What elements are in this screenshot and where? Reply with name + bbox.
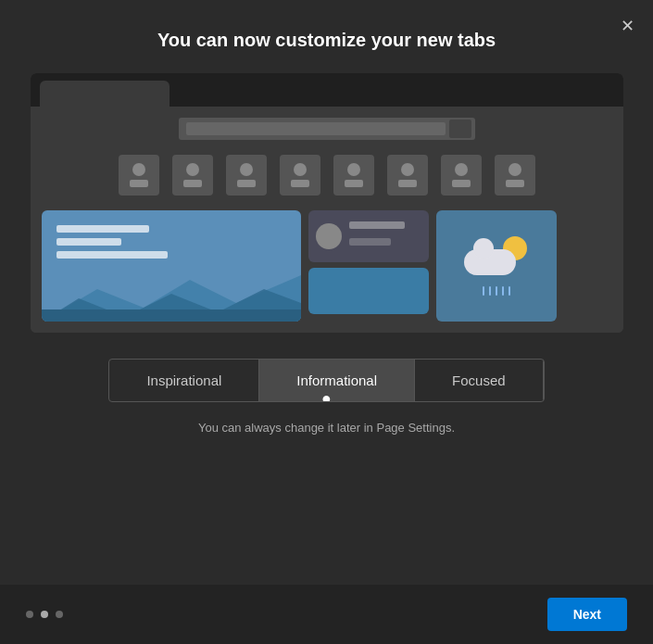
text-line xyxy=(349,221,405,229)
tab-option-informational[interactable]: Informational xyxy=(259,360,415,401)
icon-head xyxy=(347,163,360,176)
mountain-illustration xyxy=(42,271,301,322)
cloud-sun-icon xyxy=(464,236,529,283)
progress-dot-1 xyxy=(26,611,33,618)
svg-rect-2 xyxy=(42,309,301,322)
card-row xyxy=(42,210,612,322)
tab-option-focused[interactable]: Focused xyxy=(415,360,544,401)
progress-dot-3 xyxy=(56,611,63,618)
progress-dots xyxy=(26,611,63,618)
progress-dot-2 xyxy=(41,611,48,618)
icon-body xyxy=(183,180,202,187)
bottom-bar: Next xyxy=(0,585,653,644)
text-line xyxy=(57,225,149,233)
browser-tab xyxy=(40,81,170,107)
info-card-bottom xyxy=(308,268,429,314)
icon-body xyxy=(506,180,524,187)
dialog: ✕ You can now customize your new tabs xyxy=(0,0,653,644)
next-button[interactable]: Next xyxy=(547,598,627,631)
icon-card xyxy=(119,155,159,196)
icon-head xyxy=(132,163,145,176)
icon-card xyxy=(280,155,320,196)
icon-head xyxy=(240,163,253,176)
icon-body xyxy=(398,180,417,187)
dialog-title: You can now customize your new tabs xyxy=(157,30,496,51)
rain-drops xyxy=(483,286,510,296)
hint-text: You can always change it later in Page S… xyxy=(198,421,455,435)
weather-card xyxy=(436,210,557,322)
icon-head xyxy=(509,163,521,176)
address-bar xyxy=(179,118,475,140)
icon-body xyxy=(452,180,471,187)
card-text-lines xyxy=(57,225,168,264)
tab-option-inspirational[interactable]: Inspirational xyxy=(109,360,259,401)
rain-drop xyxy=(509,286,510,296)
icon-head xyxy=(294,163,307,176)
icon-row xyxy=(119,155,535,196)
icon-body xyxy=(237,180,256,187)
icon-body xyxy=(130,180,148,187)
text-line xyxy=(57,251,168,259)
icon-head xyxy=(186,163,199,176)
preview-area xyxy=(31,73,623,333)
address-bar-inner xyxy=(186,122,446,135)
browser-body xyxy=(31,107,623,333)
icon-head xyxy=(455,163,468,176)
rain-drop xyxy=(502,286,504,296)
icon-card xyxy=(172,155,213,196)
landscape-card xyxy=(42,210,301,322)
icon-card xyxy=(333,155,374,196)
text-line xyxy=(57,238,121,246)
icon-body xyxy=(291,180,309,187)
icon-card xyxy=(441,155,482,196)
search-button xyxy=(449,120,471,138)
tab-options: Inspirational Informational Focused ● xyxy=(108,359,544,402)
text-line xyxy=(349,238,391,246)
info-text-lines xyxy=(349,221,405,251)
rain-drop xyxy=(483,286,484,296)
icon-head xyxy=(401,163,414,176)
icon-card xyxy=(226,155,267,196)
icon-card xyxy=(495,155,535,196)
browser-tabs xyxy=(31,73,623,107)
info-card-top xyxy=(308,210,429,262)
info-icon-circle xyxy=(316,223,342,249)
rain-drop xyxy=(496,286,497,296)
icon-card xyxy=(387,155,428,196)
cloud-icon xyxy=(464,249,516,275)
info-card-group xyxy=(308,210,429,322)
rain-drop xyxy=(489,286,491,296)
icon-body xyxy=(345,180,363,187)
close-button[interactable]: ✕ xyxy=(616,15,638,37)
